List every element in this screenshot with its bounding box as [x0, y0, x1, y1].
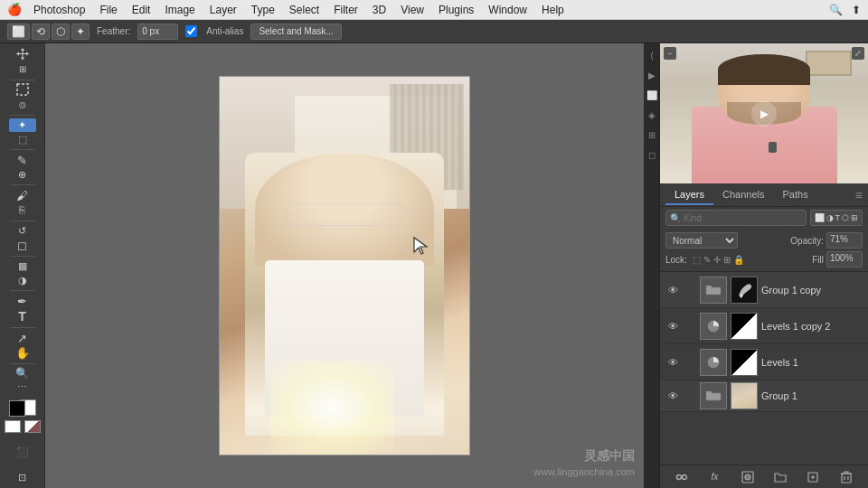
layers-search-input[interactable] [684, 213, 802, 223]
add-mask-button[interactable] [739, 469, 757, 485]
clone-stamp-tool[interactable]: ⎘ [9, 203, 36, 217]
opacity-value[interactable]: 71% [826, 232, 863, 249]
type-tool[interactable]: T [9, 309, 36, 324]
panel-icon-3[interactable]: ◈ [646, 108, 658, 121]
zoom-tool[interactable]: 🔍 [9, 367, 36, 380]
canvas-container [219, 76, 470, 455]
search-icon[interactable]: 🔍 [829, 4, 843, 16]
standard-mode-icon[interactable] [5, 420, 21, 433]
menu-select[interactable]: Select [283, 2, 326, 18]
rectangular-marquee-tool[interactable] [9, 83, 36, 97]
crop-tool[interactable]: ⬚ [9, 133, 36, 146]
share-icon[interactable]: ⬆ [852, 4, 861, 16]
gradient-tool[interactable]: ▦ [9, 259, 36, 273]
mask-mode-icons [5, 420, 41, 433]
lock-artboard-icon[interactable]: ⊞ [723, 255, 731, 265]
menu-window[interactable]: Window [482, 2, 533, 18]
tab-layers[interactable]: Layers [665, 185, 713, 205]
menu-filter[interactable]: Filter [327, 2, 364, 18]
layer-group1[interactable]: 👁 Group 1 [660, 380, 868, 412]
feather-label: Feather: [97, 26, 130, 36]
eyedropper-tool[interactable]: ✎ [9, 154, 36, 167]
object-select-tool[interactable]: ✦ [9, 118, 36, 132]
video-expand-button[interactable]: ⤢ [852, 47, 864, 60]
layer-thumb-levels1copy2 [700, 313, 727, 340]
menu-type[interactable]: Type [245, 2, 281, 18]
layers-panel-menu-icon[interactable]: ≡ [855, 188, 863, 202]
dodge-tool[interactable]: ◑ [9, 274, 36, 287]
feather-input[interactable] [137, 23, 178, 40]
layer-visibility-levels1copy2[interactable]: 👁 [665, 319, 680, 333]
color-swatches [9, 400, 36, 416]
new-layer-button[interactable] [804, 469, 822, 485]
delete-layer-button[interactable] [837, 469, 855, 485]
menu-3d[interactable]: 3D [366, 2, 392, 18]
history-brush-tool[interactable]: ↺ [9, 224, 36, 238]
panel-icon-1[interactable]: ▶ [646, 69, 658, 81]
menu-image[interactable]: Image [158, 2, 201, 18]
path-selection-tool[interactable]: ↗ [9, 332, 36, 345]
layer-link-icon [684, 284, 696, 296]
new-group-button[interactable] [771, 469, 789, 485]
foreground-color-swatch[interactable] [9, 400, 25, 417]
lock-image-icon[interactable]: ✎ [703, 255, 711, 265]
kind-icon-pixel: ⬜ [815, 213, 825, 222]
menu-edit[interactable]: Edit [126, 2, 157, 18]
panel-icon-4[interactable]: ⊞ [646, 128, 658, 141]
move-tool[interactable] [9, 47, 36, 61]
layer-thumb-group1copy [700, 277, 727, 304]
extra-tool[interactable]: ⋯ [9, 381, 36, 395]
layer-link-btn[interactable] [673, 469, 691, 485]
eraser-tool[interactable]: ◻ [9, 239, 36, 252]
layer-visibility-levels1[interactable]: 👁 [665, 355, 680, 370]
lock-transparent-icon[interactable]: ⬚ [693, 255, 701, 265]
blend-mode-dropdown[interactable]: Normal [665, 232, 738, 249]
extra-options-btn[interactable]: ⊡ [9, 466, 36, 488]
select-mask-button[interactable]: Select and Mask... [250, 23, 341, 40]
tool-options-lasso[interactable]: ⟲ [32, 23, 50, 40]
man-hair [718, 54, 809, 85]
tab-paths[interactable]: Paths [774, 185, 817, 205]
lock-position-icon[interactable]: ✛ [713, 255, 721, 265]
hand-tool[interactable]: ✋ [9, 346, 36, 360]
lock-all-icon[interactable]: 🔒 [733, 255, 744, 265]
lasso-tool[interactable]: ⌾ [9, 98, 36, 111]
antialias-checkbox[interactable] [185, 25, 197, 37]
video-play-button[interactable]: ▶ [751, 101, 777, 127]
panel-collapse-icon[interactable]: ⟨ [646, 49, 658, 61]
tool-options-magic[interactable]: ✦ [71, 23, 90, 40]
opacity-label: Opacity: [790, 236, 824, 246]
layer-thumb-group1 [700, 382, 727, 409]
pen-tool[interactable]: ✒ [9, 295, 36, 308]
fill-value[interactable]: 100% [826, 251, 863, 267]
menu-plugins[interactable]: Plugins [432, 2, 480, 18]
kind-dropdown[interactable]: ⬜ ◑ T ⬡ ⊞ [810, 210, 863, 226]
menu-file[interactable]: File [93, 2, 123, 18]
tab-channels[interactable]: Channels [713, 185, 773, 205]
panel-icon-2[interactable]: ⬜ [646, 89, 658, 101]
brush-tool[interactable]: 🖌 [9, 189, 36, 202]
toolbar-separator-4 [10, 184, 35, 185]
layer-visibility-group1copy[interactable]: 👁 [665, 283, 680, 297]
menu-layer[interactable]: Layer [203, 2, 243, 18]
apple-logo-icon[interactable]: 🍎 [7, 3, 22, 17]
panel-icon-5[interactable]: ◻ [646, 148, 658, 161]
menu-help[interactable]: Help [535, 2, 571, 18]
menu-photoshop[interactable]: Photoshop [27, 2, 91, 18]
screen-mode-btn[interactable]: ⬛ [9, 441, 36, 463]
layer-visibility-group1[interactable]: 👁 [665, 389, 680, 403]
layer-levels1[interactable]: 👁 Levels 1 [660, 344, 868, 380]
artboard-tool[interactable]: ⊞ [9, 62, 36, 76]
svg-rect-11 [842, 474, 851, 483]
layers-search-box[interactable]: 🔍 [665, 210, 807, 226]
layer-levels1copy2[interactable]: 👁 Levels 1 copy 2 [660, 308, 868, 344]
main-canvas[interactable] [219, 76, 470, 455]
video-collapse-button[interactable]: − [664, 47, 676, 60]
quickmask-mode-icon[interactable] [24, 420, 41, 433]
tool-options-poly[interactable]: ⬡ [52, 23, 70, 40]
fx-button[interactable]: fx [705, 469, 723, 485]
menu-view[interactable]: View [394, 2, 430, 18]
tool-options-select[interactable]: ⬜ [7, 23, 30, 40]
layer-group-1-copy[interactable]: 👁 [660, 272, 868, 308]
spot-healing-tool[interactable]: ⊕ [9, 168, 36, 182]
